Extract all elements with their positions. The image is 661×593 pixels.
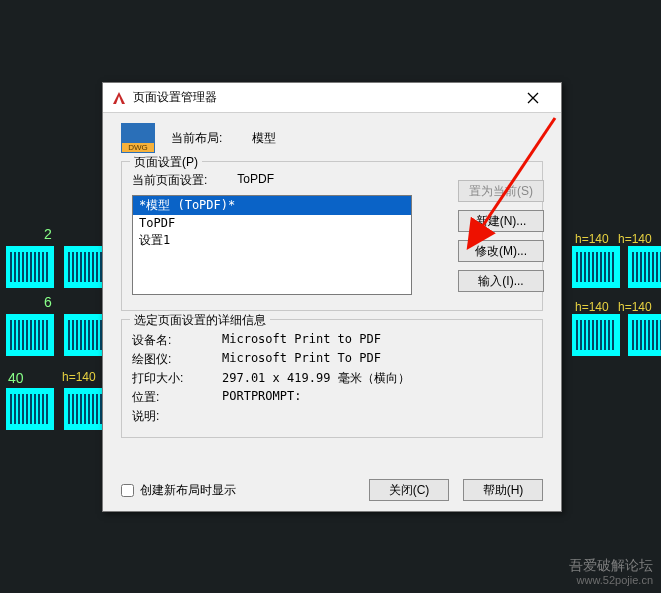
current-layout-label: 当前布局: xyxy=(171,130,222,147)
print-size-value: 297.01 x 419.99 毫米（横向） xyxy=(222,370,532,387)
close-button[interactable] xyxy=(513,84,553,112)
h-label: h=140 xyxy=(618,300,652,314)
checkbox-label: 创建新布局时显示 xyxy=(140,482,236,499)
new-button[interactable]: 新建(N)... xyxy=(458,210,544,232)
autocad-app-icon xyxy=(111,90,127,106)
plotter-label: 绘图仪: xyxy=(132,351,222,368)
group-title: 页面设置(P) xyxy=(130,154,202,171)
current-page-setup-label: 当前页面设置: xyxy=(132,172,207,189)
cad-thumbnail xyxy=(628,314,661,356)
page-setup-listbox[interactable]: *模型 (ToPDF)* ToPDF 设置1 xyxy=(132,195,412,295)
show-on-new-layout-checkbox[interactable]: 创建新布局时显示 xyxy=(121,482,236,499)
page-setup-group: 页面设置(P) 当前页面设置: ToPDF *模型 (ToPDF)* ToPDF… xyxy=(121,161,543,311)
help-button[interactable]: 帮助(H) xyxy=(463,479,543,501)
cad-thumbnail xyxy=(6,388,54,430)
cad-thumbnail xyxy=(572,314,620,356)
h-label: h=140 xyxy=(62,370,96,384)
h-label: h=140 xyxy=(618,232,652,246)
list-item[interactable]: 设置1 xyxy=(133,231,411,250)
print-size-label: 打印大小: xyxy=(132,370,222,387)
checkbox-input[interactable] xyxy=(121,484,134,497)
page-setup-manager-dialog: 页面设置管理器 当前布局: 模型 页面设置(P) 当前页面设置: ToPDF *… xyxy=(102,82,562,512)
watermark-line1: 吾爱破解论坛 xyxy=(569,557,653,574)
dwg-file-icon xyxy=(121,123,155,153)
device-name-label: 设备名: xyxy=(132,332,222,349)
h-label: h=140 xyxy=(575,232,609,246)
list-item[interactable]: *模型 (ToPDF)* xyxy=(133,196,411,215)
dialog-titlebar[interactable]: 页面设置管理器 xyxy=(103,83,561,113)
cad-thumbnail xyxy=(628,246,661,288)
modify-button[interactable]: 修改(M)... xyxy=(458,240,544,262)
watermark-line2: www.52pojie.cn xyxy=(569,574,653,587)
watermark: 吾爱破解论坛 www.52pojie.cn xyxy=(569,557,653,587)
cad-thumbnail xyxy=(6,246,54,288)
details-group: 选定页面设置的详细信息 设备名:Microsoft Print to PDF 绘… xyxy=(121,319,543,438)
set-current-button[interactable]: 置为当前(S) xyxy=(458,180,544,202)
row-label: 40 xyxy=(8,370,24,386)
row-label: 6 xyxy=(44,294,52,310)
import-button[interactable]: 输入(I)... xyxy=(458,270,544,292)
location-value: PORTPROMPT: xyxy=(222,389,532,406)
location-label: 位置: xyxy=(132,389,222,406)
close-dialog-button[interactable]: 关闭(C) xyxy=(369,479,449,501)
current-layout-value: 模型 xyxy=(252,130,276,147)
cad-thumbnail xyxy=(572,246,620,288)
device-name-value: Microsoft Print to PDF xyxy=(222,332,532,349)
dialog-title: 页面设置管理器 xyxy=(133,89,513,106)
cad-thumbnail xyxy=(6,314,54,356)
details-group-title: 选定页面设置的详细信息 xyxy=(130,312,270,329)
current-page-setup-value: ToPDF xyxy=(237,172,274,189)
h-label: h=140 xyxy=(575,300,609,314)
description-value xyxy=(222,408,532,425)
row-label: 2 xyxy=(44,226,52,242)
description-label: 说明: xyxy=(132,408,222,425)
plotter-value: Microsoft Print To PDF xyxy=(222,351,532,368)
list-item[interactable]: ToPDF xyxy=(133,215,411,231)
